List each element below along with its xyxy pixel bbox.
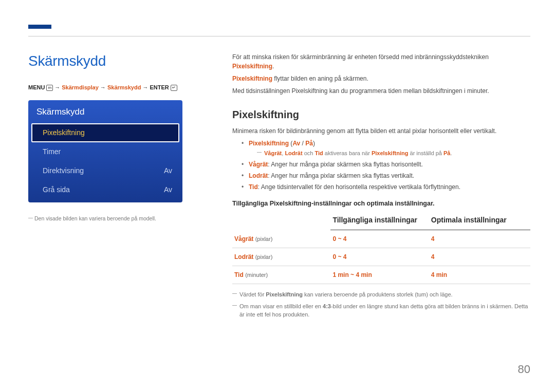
text: och	[303, 150, 315, 156]
osd-menu-header: Skärmskydd	[28, 100, 182, 124]
param-name: Vågrät	[234, 235, 253, 242]
text: .	[272, 63, 274, 70]
table-title: Tillgängliga Pixelskiftning-inställninga…	[232, 199, 530, 209]
left-column: Skärmskydd MENU m → Skärmdisplay → Skärm…	[28, 50, 204, 223]
osd-menu-box: Skärmskydd Pixelskiftning Timer Direktvi…	[28, 100, 182, 203]
term: Vågrät	[264, 150, 282, 156]
cell-optimal: 4	[429, 248, 530, 266]
bullet-item: Pixelskiftning (Av / På) Vågrät, Lodrät …	[242, 139, 530, 158]
term: På	[443, 150, 450, 156]
section-heading: Pixelskiftning	[232, 107, 530, 122]
text: Om man visar en stillbild eller en	[239, 303, 323, 309]
cell-optimal: 4 min	[429, 266, 530, 284]
term: Tid	[249, 183, 258, 191]
breadcrumb: MENU m → Skärmdisplay → Skärmskydd → ENT…	[28, 83, 204, 92]
param-unit: (pixlar)	[255, 236, 273, 242]
section-desc: Minimera risken för bildinbränning genom…	[232, 126, 530, 136]
breadcrumb-level-1: Skärmdisplay	[62, 84, 99, 90]
text: kan variera beroende på produktens storl…	[303, 291, 453, 297]
table-row: Lodrät (pixlar) 0 ~ 4 4	[232, 248, 530, 266]
intro-line-2: Pixelskiftning flyttar bilden en aning p…	[232, 74, 530, 83]
osd-row-gra-sida[interactable]: Grå sida Av	[28, 180, 182, 202]
term: 4:3	[323, 303, 331, 309]
param-name: Lodrät	[234, 253, 253, 260]
page-number: 80	[518, 361, 530, 378]
text: : Anger hur många pixlar skärmen ska fly…	[268, 172, 414, 179]
osd-row-timer[interactable]: Timer	[28, 142, 182, 161]
end-notes: Värdet för Pixelskiftning kan variera be…	[232, 290, 530, 319]
cell-available: 0 ~ 4	[330, 248, 429, 266]
text: /	[300, 140, 305, 147]
table-row: Tid (minuter) 1 min ~ 4 min 4 min	[232, 266, 530, 284]
breadcrumb-level-2: Skärmskydd	[107, 84, 141, 90]
menu-icon: m	[46, 85, 53, 91]
text: flyttar bilden en aning på skärmen.	[272, 75, 368, 82]
cell-available: 1 min ~ 4 min	[330, 266, 429, 284]
term: Pixelskiftning	[372, 150, 409, 156]
bullet-item: Vågrät: Anger hur många pixlar skärmen s…	[242, 160, 530, 169]
right-column: För att minska risken för skärminbrännin…	[232, 52, 530, 322]
sub-note: Vågrät, Lodrät och Tid aktiveras bara nä…	[264, 149, 530, 158]
enter-icon: ↵	[171, 85, 177, 91]
param-unit: (pixlar)	[255, 254, 273, 260]
bullet-item: Tid: Ange tidsintervallet för den horiso…	[242, 182, 530, 192]
text: aktiveras bara när	[323, 150, 372, 156]
text: Värdet för	[239, 291, 266, 297]
term: Pixelskiftning	[266, 291, 303, 297]
osd-row-label: Timer	[43, 146, 61, 157]
osd-row-direktvisning[interactable]: Direktvisning Av	[28, 161, 182, 180]
osd-row-value: Av	[164, 184, 172, 195]
text: : Ange tidsintervallet för den horisonte…	[258, 183, 460, 191]
osd-row-value: Av	[164, 165, 172, 176]
term: Tid	[314, 150, 323, 156]
settings-table: Tillgängliga inställningar Optimala inst…	[232, 212, 530, 284]
text: )	[313, 140, 315, 147]
note-item: Värdet för Pixelskiftning kan variera be…	[232, 290, 530, 299]
breadcrumb-menu: MENU	[28, 84, 45, 90]
text: : Anger hur många pixlar skärmen ska fly…	[268, 161, 422, 168]
text: .	[450, 150, 452, 156]
intro-line-1: För att minska risken för skärminbrännin…	[232, 52, 530, 71]
osd-row-label: Direktvisning	[43, 165, 84, 176]
option-pa: På	[305, 140, 313, 147]
breadcrumb-enter: ENTER	[150, 84, 169, 90]
osd-row-label: Grå sida	[43, 184, 70, 195]
term: Lodrät	[285, 150, 302, 156]
param-unit: (minuter)	[245, 272, 268, 278]
cell-optimal: 4	[429, 230, 530, 248]
text: är inställd på	[408, 150, 443, 156]
term: Vågrät	[249, 161, 268, 168]
header-rule	[28, 36, 530, 36]
term-pixelskiftning: Pixelskiftning	[232, 75, 272, 82]
bullet-item: Lodrät: Anger hur många pixlar skärmen s…	[242, 171, 530, 180]
term-pixelskiftning: Pixelskiftning	[232, 63, 272, 70]
th-empty	[232, 212, 330, 230]
cell-available: 0 ~ 4	[330, 230, 429, 248]
term: Lodrät	[249, 172, 268, 179]
th-available: Tillgängliga inställningar	[330, 212, 429, 230]
header-tab-indicator	[28, 25, 51, 29]
osd-row-pixelskiftning[interactable]: Pixelskiftning	[31, 123, 179, 142]
intro-line-3: Med tidsinställningen Pixelskiftning kan…	[232, 86, 530, 96]
bullet-list: Pixelskiftning (Av / På) Vågrät, Lodrät …	[242, 139, 530, 192]
text: För att minska risken för skärminbrännin…	[232, 53, 489, 61]
th-optimal: Optimala inställningar	[429, 212, 530, 230]
param-name: Tid	[234, 271, 244, 278]
note-item: Om man visar en stillbild eller en 4:3-b…	[232, 302, 530, 319]
table-row: Vågrät (pixlar) 0 ~ 4 4	[232, 230, 530, 248]
term: Pixelskiftning	[249, 140, 289, 147]
model-footnote: Den visade bilden kan variera beroende p…	[28, 215, 204, 223]
page-title: Skärmskydd	[28, 50, 204, 72]
osd-row-label: Pixelskiftning	[43, 127, 85, 138]
option-av: Av	[292, 140, 300, 147]
